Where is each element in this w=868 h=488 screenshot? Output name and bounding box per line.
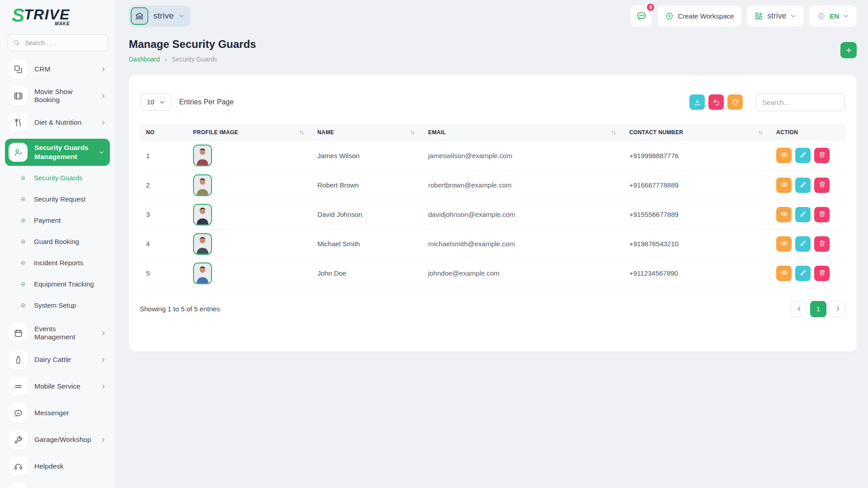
delete-button[interactable] <box>814 266 830 281</box>
sidebar-subitem-label: Security Request <box>34 195 85 203</box>
edit-button[interactable] <box>795 266 811 281</box>
sidebar-item-label: Dairy Cattle <box>34 356 71 364</box>
brand-logo[interactable]: S TRIVE MAKE <box>0 0 115 30</box>
workspace-pill[interactable]: strive <box>129 5 190 27</box>
delete-button[interactable] <box>814 236 830 252</box>
create-workspace-label: Create Workspace <box>678 12 734 20</box>
headset-icon <box>9 457 28 476</box>
cell-email: johndoe@example.com <box>422 258 623 288</box>
sidebar-item-movie-show-booking[interactable]: Movie Show Booking <box>8 85 110 106</box>
pagination: 1 <box>791 301 846 317</box>
column-header-email[interactable]: EMAIL <box>422 124 623 141</box>
chevron-right-icon <box>100 357 106 363</box>
sidebar-item-settings[interactable]: Settings <box>8 483 110 488</box>
language-selector[interactable]: EN <box>809 5 857 27</box>
column-header-label: PROFILE IMAGE <box>193 129 238 136</box>
search-icon <box>13 39 20 46</box>
reset-button[interactable] <box>708 94 724 110</box>
table-search-input[interactable] <box>755 93 845 111</box>
sidebar-subitem-incident-reports[interactable]: Incident Reports <box>8 259 110 267</box>
view-button[interactable] <box>776 178 792 193</box>
sidebar-item-crm[interactable]: CRM <box>8 59 110 80</box>
sidebar-subitem-security-request[interactable]: Security Request <box>8 195 110 203</box>
column-header-contact-number[interactable]: CONTACT NUMBER <box>623 124 770 141</box>
breadcrumb: Dashboard › Security Guards <box>129 56 256 63</box>
chat-icon <box>9 404 28 422</box>
trash-icon <box>818 239 826 249</box>
cell-profile-image <box>187 258 311 288</box>
plus-circle-icon <box>665 12 674 20</box>
user-check-icon <box>9 143 28 162</box>
sidebar-subitem-label: Security Guards <box>34 174 83 182</box>
edit-button[interactable] <box>795 148 811 163</box>
cell-profile-image <box>187 229 311 258</box>
pencil-icon <box>799 151 807 160</box>
cell-email: robertbrown@example.com <box>422 170 623 200</box>
edit-button[interactable] <box>795 178 811 193</box>
column-header-profile-image[interactable]: PROFILE IMAGE <box>187 124 311 141</box>
entries-per-page-select[interactable]: 10 <box>141 94 171 111</box>
pagination-next-button[interactable] <box>830 301 846 317</box>
grid-plus-icon <box>755 12 763 20</box>
sidebar-subitem-guard-booking[interactable]: Guard Booking <box>8 238 110 245</box>
view-button[interactable] <box>776 148 792 163</box>
chevron-right-icon <box>835 306 841 312</box>
export-button[interactable] <box>689 94 705 110</box>
sidebar-item-events-management[interactable]: Events Management <box>8 323 110 343</box>
pagination-prev-button[interactable] <box>791 301 807 317</box>
sidebar-search-input[interactable] <box>24 39 102 47</box>
breadcrumb-dashboard-link[interactable]: Dashboard <box>129 56 160 63</box>
sidebar-subitem-system-setup[interactable]: System Setup <box>8 301 110 309</box>
sidebar-item-mobile-service[interactable]: Mobile Service <box>8 376 110 397</box>
pagination-page-1-button[interactable]: 1 <box>810 301 826 317</box>
sidebar-item-garage-workshop[interactable]: Garage/Workshop <box>8 429 110 450</box>
pencil-icon <box>799 210 807 219</box>
sidebar-subitem-security-guards[interactable]: Security Guards <box>8 174 110 182</box>
column-header-label: ACTION <box>776 129 798 136</box>
brand-logo-text: TRIVE <box>24 7 70 22</box>
add-guard-button[interactable] <box>840 42 857 58</box>
view-button[interactable] <box>776 266 792 281</box>
cell-no: 2 <box>140 170 187 200</box>
column-header-name[interactable]: NAME <box>311 124 422 141</box>
plus-icon <box>845 47 853 54</box>
chat-icon <box>636 10 647 21</box>
sidebar-item-helpdesk[interactable]: Helpdesk <box>8 456 110 477</box>
page-head: Manage Security Guards Dashboard › Secur… <box>129 38 857 63</box>
sidebar-subitem-equipment-tracking[interactable]: Equipment Tracking <box>8 280 110 288</box>
delete-button[interactable] <box>814 207 830 222</box>
chevron-right-icon <box>100 330 106 336</box>
edit-button[interactable] <box>795 236 811 252</box>
cell-name: Robert Brown <box>311 170 422 200</box>
workspace-selector[interactable]: strive <box>747 5 804 27</box>
chat-button[interactable]: 0 <box>631 5 652 27</box>
eye-icon <box>780 181 788 190</box>
refresh-button[interactable] <box>727 94 743 110</box>
crm-icon <box>9 60 28 79</box>
sidebar-item-security-guards-management[interactable]: Security Guards Management <box>5 139 110 166</box>
sidebar-item-messenger[interactable]: Messenger <box>8 403 110 423</box>
cell-action <box>770 229 846 258</box>
sidebar-item-diet-nutrition[interactable]: Diet & Nutrition <box>8 112 110 133</box>
chevron-down-icon <box>179 13 184 19</box>
cell-action <box>770 258 846 288</box>
sidebar-subitem-payment[interactable]: Payment <box>8 216 110 224</box>
circle-check-icon <box>20 218 26 223</box>
eye-icon <box>780 269 788 278</box>
view-button[interactable] <box>776 236 792 252</box>
delete-button[interactable] <box>814 148 830 163</box>
cell-name: David Johnson <box>311 200 422 229</box>
create-workspace-button[interactable]: Create Workspace <box>657 5 741 27</box>
brand-logo-s: S <box>12 7 24 23</box>
chat-badge: 0 <box>646 2 656 12</box>
table-footer: Showing 1 to 5 of 5 entries 1 <box>140 301 846 317</box>
view-button[interactable] <box>776 207 792 222</box>
cell-no: 1 <box>140 141 187 170</box>
sidebar-item-label: Garage/Workshop <box>34 436 91 444</box>
entries-per-page-value: 10 <box>147 99 154 106</box>
sidebar-item-dairy-cattle[interactable]: Dairy Cattle <box>8 349 110 370</box>
table-row: 1James Wilsonjameswilson@example.com+919… <box>140 141 846 170</box>
edit-button[interactable] <box>795 207 811 222</box>
column-header-no: NO <box>140 124 187 141</box>
delete-button[interactable] <box>814 178 830 193</box>
